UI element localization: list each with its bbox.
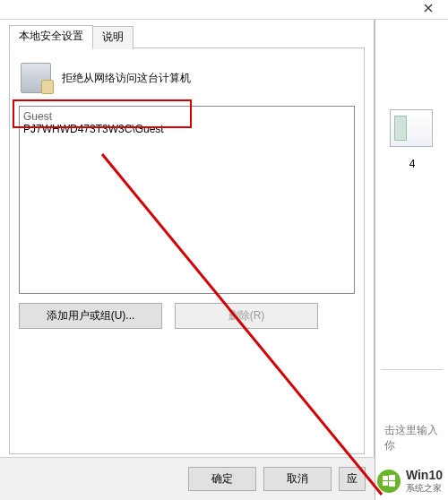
listbox-buttons: 添加用户或组(U)... 删除(R) <box>19 303 355 329</box>
user-listbox[interactable]: Guest PJ7WHWD473T3W3C\Guest <box>19 106 355 294</box>
windows-logo-icon <box>377 470 401 493</box>
ok-button[interactable]: 确定 <box>188 467 256 491</box>
svg-rect-2 <box>389 475 395 480</box>
svg-rect-4 <box>389 481 395 487</box>
computer-icon <box>21 63 51 93</box>
tabstrip: 本地安全设置 说明 <box>9 25 374 48</box>
remove-button: 删除(R) <box>175 303 318 329</box>
add-user-or-group-button[interactable]: 添加用户或组(U)... <box>19 303 162 329</box>
list-item[interactable]: PJ7WHWD473T3W3C\Guest <box>23 123 350 135</box>
dialog-footer: 确定 取消 应 <box>0 457 375 500</box>
svg-rect-1 <box>383 476 388 480</box>
apply-button[interactable]: 应 <box>339 467 366 491</box>
titlebar <box>0 0 448 20</box>
list-item[interactable]: Guest <box>23 110 350 123</box>
watermark-line2: 系统之家 <box>406 482 443 495</box>
watermark: Win10 系统之家 <box>377 468 443 495</box>
close-icon[interactable] <box>410 0 446 16</box>
policy-title: 拒绝从网络访问这台计算机 <box>62 71 191 86</box>
watermark-text: Win10 系统之家 <box>406 468 443 495</box>
thumbnail-icon[interactable] <box>390 109 433 147</box>
watermark-line1: Win10 <box>406 468 443 482</box>
background-pane: 4 击这里输入你 <box>375 20 448 500</box>
dialog-body: 本地安全设置 说明 拒绝从网络访问这台计算机 Guest PJ7WHWD473T… <box>0 20 375 500</box>
tab-local-security[interactable]: 本地安全设置 <box>9 25 93 48</box>
thumbnail-label: 4 <box>375 158 448 170</box>
tab-explain[interactable]: 说明 <box>92 26 134 49</box>
tab-panel: 拒绝从网络访问这台计算机 Guest PJ7WHWD473T3W3C\Guest… <box>9 47 365 454</box>
input-placeholder-hint: 击这里输入你 <box>384 423 448 453</box>
cancel-button[interactable]: 取消 <box>263 467 332 491</box>
divider <box>381 369 443 370</box>
svg-rect-3 <box>383 481 388 486</box>
policy-header: 拒绝从网络访问这台计算机 <box>19 57 355 106</box>
